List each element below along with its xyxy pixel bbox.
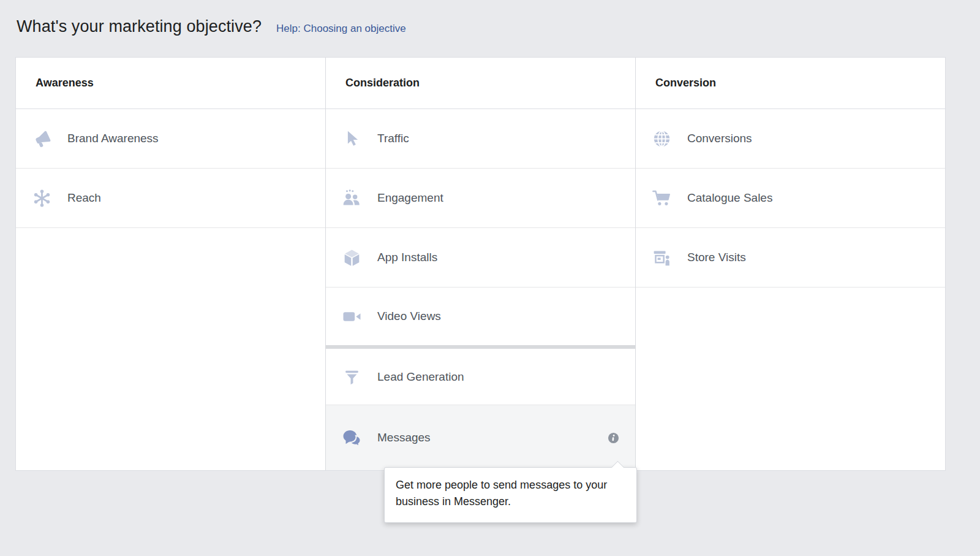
messages-tooltip: Get more people to send messages to your… (384, 467, 637, 523)
objective-label: Engagement (377, 191, 619, 205)
objective-catalogue-sales[interactable]: Catalogue Sales (636, 169, 945, 228)
page-header: What's your marketing objective? Help: C… (17, 17, 406, 36)
objective-label: App Installs (377, 251, 619, 264)
column-header-consideration: Consideration (326, 58, 635, 109)
column-conversion: Conversion Conversions (636, 58, 945, 470)
objective-store-visits[interactable]: Store Visits (636, 228, 945, 288)
objective-label: Traffic (377, 132, 619, 145)
objective-label: Video Views (377, 310, 619, 323)
objective-app-installs[interactable]: App Installs (326, 228, 635, 288)
objective-label: Catalogue Sales (687, 191, 929, 205)
info-icon[interactable] (608, 432, 619, 444)
objective-label: Store Visits (687, 251, 929, 264)
objective-label: Conversions (687, 132, 929, 145)
video-camera-icon (341, 305, 363, 327)
objective-video-views[interactable]: Video Views (326, 288, 635, 345)
objective-messages[interactable]: Messages (326, 405, 635, 470)
objective-reach[interactable]: Reach (16, 169, 325, 228)
objective-conversions[interactable]: Conversions (636, 109, 945, 169)
globe-icon (650, 128, 673, 150)
funnel-icon (341, 366, 363, 388)
help-link[interactable]: Help: Choosing an objective (276, 23, 406, 35)
objective-lead-generation[interactable]: Lead Generation (326, 349, 635, 405)
conversion-empty-space (636, 288, 945, 470)
objective-label: Brand Awareness (67, 132, 309, 145)
page-title: What's your marketing objective? (17, 17, 262, 36)
column-awareness: Awareness Brand Awareness (16, 58, 326, 470)
objective-brand-awareness[interactable]: Brand Awareness (16, 109, 325, 169)
column-header-awareness: Awareness (16, 58, 325, 109)
shopping-cart-icon (650, 187, 673, 209)
objective-label: Messages (377, 431, 608, 444)
people-icon (341, 187, 363, 209)
objective-label: Reach (67, 191, 309, 205)
column-consideration: Consideration Traffic (326, 58, 636, 470)
chat-bubbles-icon (341, 427, 363, 449)
cursor-icon (341, 128, 363, 150)
storefront-icon (650, 246, 673, 268)
network-spokes-icon (31, 187, 53, 209)
objectives-panel: Awareness Brand Awareness (15, 57, 946, 471)
megaphone-icon (31, 128, 53, 150)
objective-traffic[interactable]: Traffic (326, 109, 635, 169)
column-header-conversion: Conversion (636, 58, 945, 109)
cube-icon (341, 246, 363, 268)
awareness-empty-space (16, 228, 325, 470)
tooltip-text: Get more people to send messages to your… (396, 477, 616, 510)
objective-label: Lead Generation (377, 370, 619, 384)
objective-engagement[interactable]: Engagement (326, 169, 635, 228)
